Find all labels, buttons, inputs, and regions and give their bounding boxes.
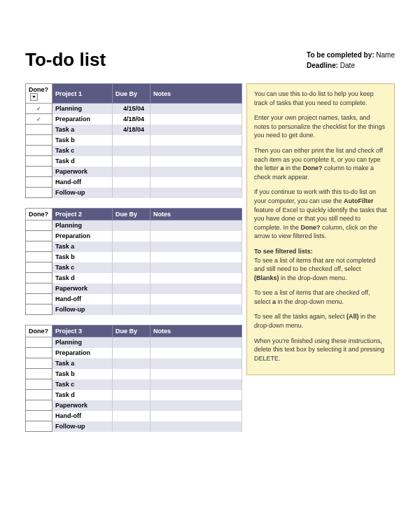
task-cell[interactable]: Paperwork	[52, 284, 113, 294]
task-cell[interactable]: Task b	[52, 252, 113, 262]
task-cell[interactable]: Task a	[52, 125, 113, 135]
due-cell[interactable]: 4/18/04	[113, 125, 150, 135]
done-cell[interactable]	[26, 304, 52, 315]
done-cell[interactable]: ✓	[26, 114, 52, 125]
done-cell[interactable]	[26, 390, 52, 400]
notes-cell[interactable]	[150, 358, 242, 369]
notes-cell[interactable]	[150, 220, 242, 231]
task-cell[interactable]: Hand-off	[52, 177, 113, 188]
notes-cell[interactable]	[150, 262, 242, 273]
notes-cell[interactable]	[150, 125, 242, 135]
notes-cell[interactable]	[150, 114, 242, 125]
notes-cell[interactable]	[150, 369, 242, 379]
done-cell[interactable]	[26, 231, 52, 241]
done-cell[interactable]	[26, 125, 52, 135]
done-cell[interactable]	[26, 400, 52, 411]
notes-cell[interactable]	[150, 156, 242, 167]
task-cell[interactable]: Task c	[52, 379, 113, 390]
due-cell[interactable]	[113, 337, 150, 348]
due-cell[interactable]	[113, 400, 150, 411]
due-cell[interactable]	[113, 252, 150, 262]
task-cell[interactable]: Task c	[52, 146, 113, 156]
done-cell[interactable]	[26, 252, 52, 262]
notes-cell[interactable]	[150, 252, 242, 262]
due-cell[interactable]	[113, 262, 150, 273]
due-cell[interactable]	[113, 273, 150, 284]
notes-cell[interactable]	[150, 348, 242, 358]
due-cell[interactable]	[113, 358, 150, 369]
task-cell[interactable]: Task c	[52, 262, 113, 273]
help-box[interactable]: You can use this to-do list to help you …	[246, 83, 395, 375]
done-cell[interactable]	[26, 135, 52, 146]
due-cell[interactable]	[113, 284, 150, 294]
notes-cell[interactable]	[150, 104, 242, 114]
notes-cell[interactable]	[150, 188, 242, 198]
task-cell[interactable]: Hand-off	[52, 294, 113, 304]
due-cell[interactable]	[113, 421, 150, 432]
task-cell[interactable]: Hand-off	[52, 411, 113, 421]
due-cell[interactable]	[113, 156, 150, 167]
task-cell[interactable]: Preparation	[52, 231, 113, 241]
col-done[interactable]: Done?	[26, 84, 52, 104]
due-cell[interactable]	[113, 241, 150, 252]
notes-cell[interactable]	[150, 421, 242, 432]
task-cell[interactable]: Task a	[52, 358, 113, 369]
due-cell[interactable]	[113, 167, 150, 177]
notes-cell[interactable]	[150, 411, 242, 421]
task-cell[interactable]: Follow-up	[52, 188, 113, 198]
task-cell[interactable]: Task d	[52, 273, 113, 284]
done-cell[interactable]	[26, 379, 52, 390]
due-cell[interactable]	[113, 231, 150, 241]
done-cell[interactable]	[26, 284, 52, 294]
notes-cell[interactable]	[150, 337, 242, 348]
done-cell[interactable]	[26, 146, 52, 156]
due-cell[interactable]: 4/15/04	[113, 104, 150, 114]
task-cell[interactable]: Preparation	[52, 114, 113, 125]
done-cell[interactable]	[26, 241, 52, 252]
due-cell[interactable]	[113, 188, 150, 198]
notes-cell[interactable]	[150, 167, 242, 177]
due-cell[interactable]	[113, 390, 150, 400]
done-cell[interactable]	[26, 177, 52, 188]
notes-cell[interactable]	[150, 304, 242, 315]
due-cell[interactable]	[113, 411, 150, 421]
task-cell[interactable]: Planning	[52, 220, 113, 231]
task-cell[interactable]: Paperwork	[52, 167, 113, 177]
due-cell[interactable]	[113, 348, 150, 358]
done-cell[interactable]	[26, 358, 52, 369]
task-cell[interactable]: Follow-up	[52, 421, 113, 432]
done-cell[interactable]	[26, 421, 52, 432]
done-cell[interactable]	[26, 220, 52, 231]
task-cell[interactable]: Planning	[52, 337, 113, 348]
due-cell[interactable]	[113, 146, 150, 156]
task-cell[interactable]: Paperwork	[52, 400, 113, 411]
due-cell[interactable]	[113, 379, 150, 390]
notes-cell[interactable]	[150, 379, 242, 390]
notes-cell[interactable]	[150, 135, 242, 146]
done-cell[interactable]	[26, 156, 52, 167]
notes-cell[interactable]	[150, 146, 242, 156]
due-cell[interactable]	[113, 220, 150, 231]
due-cell[interactable]	[113, 177, 150, 188]
task-cell[interactable]: Task b	[52, 135, 113, 146]
filter-dropdown-icon[interactable]	[30, 93, 38, 101]
task-cell[interactable]: Follow-up	[52, 304, 113, 315]
notes-cell[interactable]	[150, 231, 242, 241]
notes-cell[interactable]	[150, 284, 242, 294]
done-cell[interactable]	[26, 348, 52, 358]
notes-cell[interactable]	[150, 390, 242, 400]
notes-cell[interactable]	[150, 294, 242, 304]
notes-cell[interactable]	[150, 273, 242, 284]
done-cell[interactable]	[26, 369, 52, 379]
task-cell[interactable]: Preparation	[52, 348, 113, 358]
done-cell[interactable]	[26, 167, 52, 177]
notes-cell[interactable]	[150, 241, 242, 252]
due-cell[interactable]	[113, 304, 150, 315]
due-cell[interactable]	[113, 135, 150, 146]
notes-cell[interactable]	[150, 177, 242, 188]
done-cell[interactable]	[26, 337, 52, 348]
due-cell[interactable]	[113, 294, 150, 304]
done-cell[interactable]	[26, 411, 52, 421]
task-cell[interactable]: Task d	[52, 390, 113, 400]
done-cell[interactable]	[26, 262, 52, 273]
